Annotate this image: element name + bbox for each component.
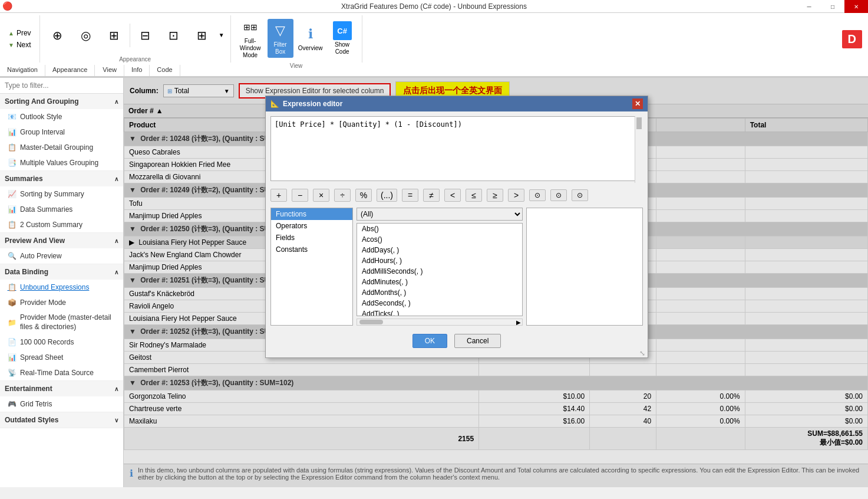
sidebar-item-provider-mode[interactable]: 📦 Provider Mode (0, 295, 123, 310)
prev-btn[interactable]: ▲ Prev (5, 28, 35, 38)
op-multiply[interactable]: × (313, 189, 329, 202)
resize-handle[interactable]: ⤡ (639, 349, 646, 356)
function-list[interactable]: Abs() Acos() AddDays(, ) AddHours(, ) Ad… (357, 223, 523, 316)
appearance-btn-5[interactable]: ⊡ (161, 24, 187, 47)
sidebar-item-realtime[interactable]: 📡 Real-Time Data Source (0, 365, 123, 380)
sidebar-item-100k-records[interactable]: 📄 100 000 Records (0, 334, 123, 350)
tab-view[interactable]: View (95, 65, 124, 76)
next-btn[interactable]: ▼ Next (5, 40, 35, 50)
cat-functions[interactable]: Functions (271, 208, 352, 220)
section-summaries-header[interactable]: Summaries ∧ (0, 171, 123, 186)
realtime-icon: 📡 (7, 368, 16, 377)
func-adddays[interactable]: AddDays(, ) (357, 245, 522, 255)
preview-chevron-icon: ∧ (114, 238, 118, 244)
dialog-close-btn[interactable]: ✕ (632, 99, 643, 109)
op-gte[interactable]: ≥ (487, 189, 503, 202)
sidebar-item-auto-preview[interactable]: 🔍 Auto Preview (0, 248, 123, 264)
section-preview-header[interactable]: Preview And View ∧ (0, 233, 123, 248)
op-lt[interactable]: < (444, 189, 461, 202)
search-input[interactable] (0, 78, 123, 94)
window-icon: 🔴 (2, 1, 12, 11)
sidebar-item-outlook-style[interactable]: 📧 Outlook Style (0, 109, 123, 124)
sidebar-item-group-interval[interactable]: 📊 Group Interval (0, 124, 123, 140)
data-binding-chevron-icon: ∧ (114, 269, 118, 275)
section-sorting-grouping-header[interactable]: Sorting And Grouping ∧ (0, 94, 123, 109)
sidebar-item-custom-summary[interactable]: 📋 2 Custom Summary (0, 217, 123, 232)
func-addmilliseconds[interactable]: AddMilliSeconds(, ) (357, 266, 522, 277)
op-divide[interactable]: ÷ (334, 189, 351, 202)
sidebar-item-100k-label: 100 000 Records (20, 338, 74, 346)
op-lte[interactable]: ≤ (466, 189, 482, 202)
maximize-btn[interactable]: □ (821, 0, 844, 13)
expr-scrollbar[interactable] (635, 116, 643, 183)
overview-btn[interactable]: ℹ Overview (296, 22, 325, 54)
next-arrow-icon: ▼ (8, 42, 14, 48)
appearance-btn-6[interactable]: ⊞ (189, 24, 215, 47)
tab-info[interactable]: Info (124, 65, 150, 76)
tab-appearance[interactable]: Appearance (45, 65, 95, 76)
section-outdated-header[interactable]: Outdated Styles ∨ (0, 412, 123, 428)
op-gt[interactable]: > (508, 189, 524, 202)
cat-constants[interactable]: Constants (271, 244, 352, 255)
view-group: ⊞⊞ Full-WindowMode ▽ FilterBox ℹ Overvie… (231, 15, 362, 63)
appearance-dropdown[interactable]: ▼ (217, 32, 226, 38)
minimize-btn[interactable]: ─ (797, 0, 821, 13)
op-or[interactable]: ⊙ (550, 189, 567, 201)
filter-box-btn[interactable]: ▽ FilterBox (268, 19, 293, 58)
scroll-right-arrow[interactable]: ▶ (516, 319, 521, 326)
sidebar-item-data-summaries[interactable]: 📊 Data Summaries (0, 202, 123, 217)
show-code-btn[interactable]: C# Show Code (328, 19, 357, 58)
appearance-btn-4[interactable]: ⊟ (133, 24, 159, 47)
provider-mode-master-icon: 📁 (7, 318, 16, 327)
op-neq[interactable]: ≠ (423, 189, 440, 202)
sidebar-item-spreadsheet[interactable]: 📊 Spread Sheet (0, 350, 123, 365)
category-select[interactable]: (All) Math String Date (357, 208, 523, 221)
cancel-btn[interactable]: Cancel (454, 334, 501, 348)
close-btn[interactable]: ✕ (844, 0, 868, 13)
cat-operators[interactable]: Operators (271, 220, 352, 232)
expr-textarea[interactable]: [Unit Price] * [Quantity] * (1 - [Discou… (270, 116, 643, 181)
func-addminutes[interactable]: AddMinutes(, ) (357, 277, 522, 287)
op-eq[interactable]: = (402, 189, 418, 202)
sidebar-item-sorting-summary[interactable]: 📈 Sorting by Summary (0, 186, 123, 202)
sidebar-item-multiple-values[interactable]: 📑 Multiple Values Grouping (0, 155, 123, 170)
appearance-btn-3[interactable]: ⊞ (101, 24, 127, 47)
func-scrollbar-h[interactable]: ▶ (357, 319, 523, 326)
appearance-btn-2[interactable]: ◎ (73, 24, 99, 47)
func-addticks[interactable]: AddTicks(, ) (357, 308, 522, 316)
op-paren[interactable]: (...) (377, 189, 397, 202)
full-window-btn[interactable]: ⊞⊞ Full-WindowMode (236, 15, 265, 61)
section-entertainment-header[interactable]: Entertainment ∧ (0, 381, 123, 396)
expr-category-tree[interactable]: Functions Operators Fields Constants (270, 208, 353, 326)
func-addhours[interactable]: AddHours(, ) (357, 255, 522, 266)
dialog-title-icon: 📐 (270, 100, 279, 108)
master-detail-icon: 📋 (7, 143, 16, 152)
func-abs[interactable]: Abs() (357, 224, 522, 234)
section-preview-view: Preview And View ∧ 🔍 Auto Preview (0, 233, 123, 264)
op-not[interactable]: ⊙ (572, 189, 588, 201)
op-percent[interactable]: % (355, 189, 372, 202)
op-minus[interactable]: − (292, 189, 308, 202)
op-and[interactable]: ⊙ (529, 189, 546, 201)
sidebar-item-unbound-expressions[interactable]: 📋 Unbound Expressions (0, 280, 123, 295)
tab-code[interactable]: Code (150, 65, 180, 76)
cat-fields[interactable]: Fields (271, 232, 352, 244)
section-outdated-label: Outdated Styles (5, 416, 58, 424)
func-addseconds[interactable]: AddSeconds(, ) (357, 298, 522, 308)
tab-navigation[interactable]: Navigation (0, 65, 45, 76)
appearance-btn-1[interactable]: ⊕ (45, 24, 71, 47)
sidebar-item-tetris-label: Grid Tetris (20, 400, 52, 408)
ribbon: ▲ Prev ▼ Next ⊕ ◎ ⊞ (0, 13, 868, 78)
sidebar-item-master-detail[interactable]: 📋 Master-Detail Grouping (0, 140, 123, 155)
func-scrollbar-thumb (359, 320, 383, 324)
appearance-icon-3: ⊞ (105, 26, 124, 45)
sidebar-item-provider-mode-master[interactable]: 📁 Provider Mode (master-detail files & d… (0, 310, 123, 334)
appearance-label: Appearance (119, 56, 151, 63)
chevron-up-icon: ∧ (114, 99, 118, 105)
func-addmonths[interactable]: AddMonths(, ) (357, 287, 522, 298)
ok-btn[interactable]: OK (412, 334, 447, 348)
op-plus[interactable]: + (270, 189, 287, 202)
sidebar-item-grid-tetris[interactable]: 🎮 Grid Tetris (0, 396, 123, 412)
func-acos[interactable]: Acos() (357, 234, 522, 245)
section-data-binding-header[interactable]: Data Binding ∧ (0, 264, 123, 280)
